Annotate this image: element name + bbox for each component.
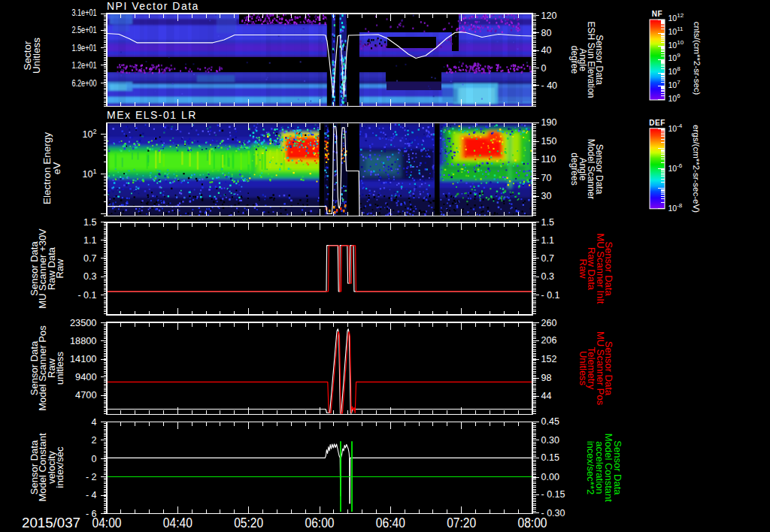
svg-text:0: 0 xyxy=(92,454,97,464)
svg-text:0.3: 0.3 xyxy=(83,271,96,282)
svg-text:Unitless: Unitless xyxy=(578,351,589,386)
svg-text:6.2e+00: 6.2e+00 xyxy=(72,78,97,89)
svg-text:eV: eV xyxy=(51,162,62,175)
svg-text:1.5: 1.5 xyxy=(541,217,554,228)
svg-text:cnts/(cm**2-sr-sec): cnts/(cm**2-sr-sec) xyxy=(693,22,702,95)
svg-text:Unitless: Unitless xyxy=(31,38,42,74)
svg-text:- 40: - 40 xyxy=(541,80,558,91)
svg-text:0: 0 xyxy=(541,63,547,74)
svg-text:degrees: degrees xyxy=(569,153,580,185)
svg-text:18800: 18800 xyxy=(70,335,97,346)
svg-text:152: 152 xyxy=(541,354,557,364)
svg-text:1.1: 1.1 xyxy=(541,235,554,246)
svg-text:DEF: DEF xyxy=(649,119,665,127)
svg-text:1.1: 1.1 xyxy=(83,235,96,246)
svg-text:190: 190 xyxy=(541,117,557,128)
svg-text:0.45: 0.45 xyxy=(541,416,559,427)
svg-text:0.7: 0.7 xyxy=(541,253,554,264)
svg-text:2015/037: 2015/037 xyxy=(22,515,80,530)
svg-text:0.7: 0.7 xyxy=(83,253,96,264)
svg-text:Raw: Raw xyxy=(54,258,65,279)
svg-text:14100: 14100 xyxy=(70,353,97,364)
svg-text:70: 70 xyxy=(541,173,552,183)
svg-text:Raw: Raw xyxy=(578,258,589,279)
svg-text:120: 120 xyxy=(541,11,557,21)
svg-text:- 0.1: - 0.1 xyxy=(541,290,560,301)
svg-text:2: 2 xyxy=(92,435,97,446)
svg-text:0.15: 0.15 xyxy=(541,452,559,463)
svg-text:05:20: 05:20 xyxy=(234,515,263,530)
svg-text:0.30: 0.30 xyxy=(541,435,559,446)
svg-text:degree: degree xyxy=(569,46,580,74)
svg-text:9400: 9400 xyxy=(75,371,96,382)
svg-text:04:40: 04:40 xyxy=(163,515,192,530)
svg-text:2.5e+01: 2.5e+01 xyxy=(72,25,97,35)
svg-text:1.2e+01: 1.2e+01 xyxy=(72,60,97,71)
svg-text:NF: NF xyxy=(652,10,662,18)
svg-text:ergs/(cm**2-sr-sec-eV): ergs/(cm**2-sr-sec-eV) xyxy=(692,125,701,213)
svg-text:1.5: 1.5 xyxy=(83,217,96,228)
svg-text:40: 40 xyxy=(541,45,552,56)
svg-text:- 0.15: - 0.15 xyxy=(541,489,565,500)
svg-text:150: 150 xyxy=(541,136,557,147)
svg-text:206: 206 xyxy=(541,335,557,346)
svg-text:04:00: 04:00 xyxy=(92,515,122,530)
svg-text:08:00: 08:00 xyxy=(517,515,547,530)
svg-text:06:40: 06:40 xyxy=(376,515,405,530)
svg-text:4: 4 xyxy=(92,417,97,428)
svg-text:23500: 23500 xyxy=(70,317,97,328)
svg-text:unitless: unitless xyxy=(54,351,65,385)
svg-text:MEx ELS-01 LR: MEx ELS-01 LR xyxy=(107,109,197,121)
svg-text:07:20: 07:20 xyxy=(447,515,476,530)
svg-text:1.9e+01: 1.9e+01 xyxy=(72,43,97,53)
svg-text:- 2: - 2 xyxy=(86,472,97,482)
svg-text:260: 260 xyxy=(541,318,557,328)
svg-text:0.00: 0.00 xyxy=(541,472,559,482)
svg-text:0.3: 0.3 xyxy=(541,271,554,282)
svg-text:4700: 4700 xyxy=(75,389,96,401)
svg-text:index/sec: index/sec xyxy=(54,446,65,488)
svg-text:NPI Vector Data: NPI Vector Data xyxy=(107,0,199,12)
svg-text:incex/sec**2: incex/sec**2 xyxy=(585,441,596,495)
svg-text:44: 44 xyxy=(541,391,552,401)
svg-text:98: 98 xyxy=(541,373,552,383)
svg-text:- 0.1: - 0.1 xyxy=(77,290,96,301)
svg-text:3.1e+01: 3.1e+01 xyxy=(72,8,97,18)
svg-text:- 4: - 4 xyxy=(86,490,97,500)
svg-text:80: 80 xyxy=(541,28,552,38)
svg-text:30: 30 xyxy=(541,191,552,201)
svg-text:110: 110 xyxy=(541,154,556,165)
svg-text:06:00: 06:00 xyxy=(305,515,334,530)
